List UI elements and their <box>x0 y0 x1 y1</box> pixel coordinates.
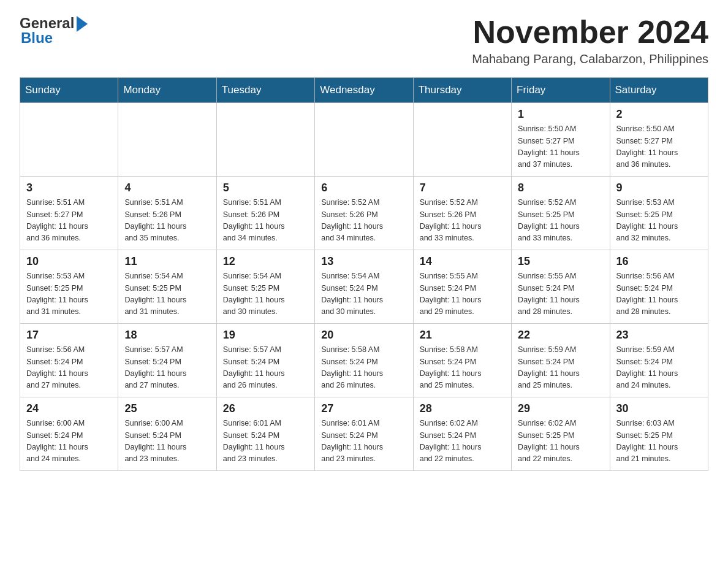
day-info: Sunrise: 5:53 AMSunset: 5:25 PMDaylight:… <box>26 270 112 318</box>
day-cell-4-4: 20Sunrise: 5:58 AMSunset: 5:24 PMDayligh… <box>315 324 413 397</box>
day-cell-5-6: 29Sunrise: 6:02 AMSunset: 5:25 PMDayligh… <box>512 397 610 471</box>
day-number: 30 <box>616 402 702 415</box>
col-wednesday: Wednesday <box>315 78 413 103</box>
day-number: 9 <box>616 182 702 194</box>
day-info: Sunrise: 5:57 AMSunset: 5:24 PMDaylight:… <box>223 344 308 392</box>
day-number: 1 <box>518 108 603 121</box>
day-number: 13 <box>321 255 406 268</box>
day-cell-3-1: 10Sunrise: 5:53 AMSunset: 5:25 PMDayligh… <box>20 250 118 324</box>
day-info: Sunrise: 6:03 AMSunset: 5:25 PMDaylight:… <box>616 418 702 465</box>
day-number: 6 <box>321 182 406 194</box>
day-cell-1-7: 2Sunrise: 5:50 AMSunset: 5:27 PMDaylight… <box>610 103 708 177</box>
day-info: Sunrise: 5:52 AMSunset: 5:26 PMDaylight:… <box>420 197 505 245</box>
page-header: General Blue November 2024 Mahabang Para… <box>20 15 708 66</box>
month-title: November 2024 <box>472 15 708 50</box>
day-info: Sunrise: 5:51 AMSunset: 5:26 PMDaylight:… <box>124 197 210 245</box>
day-number: 29 <box>518 402 603 415</box>
day-cell-2-7: 9Sunrise: 5:53 AMSunset: 5:25 PMDaylight… <box>610 177 708 250</box>
day-info: Sunrise: 6:01 AMSunset: 5:24 PMDaylight:… <box>321 418 406 465</box>
day-cell-4-7: 23Sunrise: 5:59 AMSunset: 5:24 PMDayligh… <box>610 324 708 397</box>
day-cell-2-5: 7Sunrise: 5:52 AMSunset: 5:26 PMDaylight… <box>413 177 511 250</box>
day-cell-3-4: 13Sunrise: 5:54 AMSunset: 5:24 PMDayligh… <box>315 250 413 324</box>
day-cell-2-1: 3Sunrise: 5:51 AMSunset: 5:27 PMDaylight… <box>20 177 118 250</box>
day-cell-2-4: 6Sunrise: 5:52 AMSunset: 5:26 PMDaylight… <box>315 177 413 250</box>
day-info: Sunrise: 5:54 AMSunset: 5:25 PMDaylight:… <box>124 270 210 318</box>
col-friday: Friday <box>512 78 610 103</box>
day-number: 22 <box>518 329 603 342</box>
day-info: Sunrise: 5:52 AMSunset: 5:26 PMDaylight:… <box>321 197 406 245</box>
day-info: Sunrise: 5:58 AMSunset: 5:24 PMDaylight:… <box>420 344 505 392</box>
day-number: 18 <box>124 329 210 342</box>
day-cell-3-6: 15Sunrise: 5:55 AMSunset: 5:24 PMDayligh… <box>512 250 610 324</box>
calendar-header-row: Sunday Monday Tuesday Wednesday Thursday… <box>20 78 708 103</box>
week-row-5: 24Sunrise: 6:00 AMSunset: 5:24 PMDayligh… <box>20 397 708 471</box>
day-cell-1-2 <box>118 103 216 177</box>
day-cell-5-7: 30Sunrise: 6:03 AMSunset: 5:25 PMDayligh… <box>610 397 708 471</box>
day-cell-5-5: 28Sunrise: 6:02 AMSunset: 5:24 PMDayligh… <box>413 397 511 471</box>
day-info: Sunrise: 5:54 AMSunset: 5:24 PMDaylight:… <box>321 270 406 318</box>
day-info: Sunrise: 5:56 AMSunset: 5:24 PMDaylight:… <box>616 270 702 318</box>
day-cell-1-3 <box>216 103 314 177</box>
location-subtitle: Mahabang Parang, Calabarzon, Philippines <box>472 52 708 66</box>
day-number: 16 <box>616 255 702 268</box>
col-tuesday: Tuesday <box>216 78 314 103</box>
col-thursday: Thursday <box>413 78 511 103</box>
day-cell-4-6: 22Sunrise: 5:59 AMSunset: 5:24 PMDayligh… <box>512 324 610 397</box>
logo-triangle-icon <box>77 16 88 32</box>
day-cell-1-1 <box>20 103 118 177</box>
day-info: Sunrise: 5:50 AMSunset: 5:27 PMDaylight:… <box>616 123 702 171</box>
day-number: 27 <box>321 402 406 415</box>
day-cell-4-5: 21Sunrise: 5:58 AMSunset: 5:24 PMDayligh… <box>413 324 511 397</box>
day-number: 24 <box>26 402 112 415</box>
col-monday: Monday <box>118 78 216 103</box>
day-info: Sunrise: 5:55 AMSunset: 5:24 PMDaylight:… <box>420 270 505 318</box>
day-number: 7 <box>420 182 505 194</box>
day-number: 15 <box>518 255 603 268</box>
day-number: 12 <box>223 255 308 268</box>
day-number: 19 <box>223 329 308 342</box>
day-cell-3-3: 12Sunrise: 5:54 AMSunset: 5:25 PMDayligh… <box>216 250 314 324</box>
week-row-3: 10Sunrise: 5:53 AMSunset: 5:25 PMDayligh… <box>20 250 708 324</box>
day-cell-4-3: 19Sunrise: 5:57 AMSunset: 5:24 PMDayligh… <box>216 324 314 397</box>
day-info: Sunrise: 5:57 AMSunset: 5:24 PMDaylight:… <box>124 344 210 392</box>
day-number: 5 <box>223 182 308 194</box>
day-number: 4 <box>124 182 210 194</box>
day-info: Sunrise: 6:02 AMSunset: 5:24 PMDaylight:… <box>420 418 505 465</box>
day-cell-2-6: 8Sunrise: 5:52 AMSunset: 5:25 PMDaylight… <box>512 177 610 250</box>
day-info: Sunrise: 5:52 AMSunset: 5:25 PMDaylight:… <box>518 197 603 245</box>
day-info: Sunrise: 5:53 AMSunset: 5:25 PMDaylight:… <box>616 197 702 245</box>
day-cell-1-5 <box>413 103 511 177</box>
day-number: 25 <box>124 402 210 415</box>
day-cell-5-4: 27Sunrise: 6:01 AMSunset: 5:24 PMDayligh… <box>315 397 413 471</box>
day-info: Sunrise: 6:01 AMSunset: 5:24 PMDaylight:… <box>223 418 308 465</box>
day-cell-3-7: 16Sunrise: 5:56 AMSunset: 5:24 PMDayligh… <box>610 250 708 324</box>
day-number: 14 <box>420 255 505 268</box>
col-sunday: Sunday <box>20 78 118 103</box>
day-info: Sunrise: 5:58 AMSunset: 5:24 PMDaylight:… <box>321 344 406 392</box>
day-cell-3-2: 11Sunrise: 5:54 AMSunset: 5:25 PMDayligh… <box>118 250 216 324</box>
logo-blue-text: Blue <box>21 29 53 47</box>
day-number: 23 <box>616 329 702 342</box>
calendar-table: Sunday Monday Tuesday Wednesday Thursday… <box>20 77 708 471</box>
day-info: Sunrise: 5:54 AMSunset: 5:25 PMDaylight:… <box>223 270 308 318</box>
week-row-4: 17Sunrise: 5:56 AMSunset: 5:24 PMDayligh… <box>20 324 708 397</box>
day-cell-5-1: 24Sunrise: 6:00 AMSunset: 5:24 PMDayligh… <box>20 397 118 471</box>
day-number: 10 <box>26 255 112 268</box>
day-cell-2-3: 5Sunrise: 5:51 AMSunset: 5:26 PMDaylight… <box>216 177 314 250</box>
day-number: 26 <box>223 402 308 415</box>
day-info: Sunrise: 5:56 AMSunset: 5:24 PMDaylight:… <box>26 344 112 392</box>
day-number: 28 <box>420 402 505 415</box>
day-info: Sunrise: 5:55 AMSunset: 5:24 PMDaylight:… <box>518 270 603 318</box>
day-number: 21 <box>420 329 505 342</box>
week-row-1: 1Sunrise: 5:50 AMSunset: 5:27 PMDaylight… <box>20 103 708 177</box>
day-info: Sunrise: 5:51 AMSunset: 5:27 PMDaylight:… <box>26 197 112 245</box>
day-cell-4-2: 18Sunrise: 5:57 AMSunset: 5:24 PMDayligh… <box>118 324 216 397</box>
day-cell-2-2: 4Sunrise: 5:51 AMSunset: 5:26 PMDaylight… <box>118 177 216 250</box>
day-info: Sunrise: 5:59 AMSunset: 5:24 PMDaylight:… <box>518 344 603 392</box>
day-cell-4-1: 17Sunrise: 5:56 AMSunset: 5:24 PMDayligh… <box>20 324 118 397</box>
day-number: 3 <box>26 182 112 194</box>
day-info: Sunrise: 5:50 AMSunset: 5:27 PMDaylight:… <box>518 123 603 171</box>
day-info: Sunrise: 6:00 AMSunset: 5:24 PMDaylight:… <box>26 418 112 465</box>
day-info: Sunrise: 5:51 AMSunset: 5:26 PMDaylight:… <box>223 197 308 245</box>
day-info: Sunrise: 6:00 AMSunset: 5:24 PMDaylight:… <box>124 418 210 465</box>
